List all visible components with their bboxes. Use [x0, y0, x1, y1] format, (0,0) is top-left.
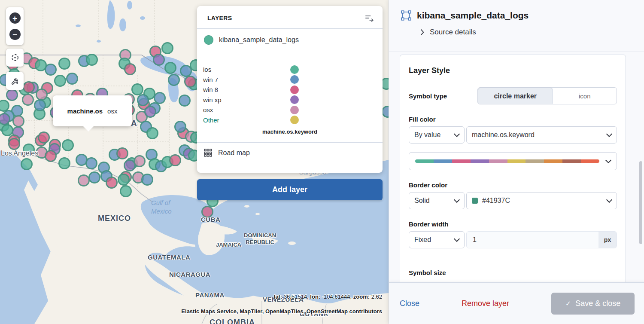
add-layer-button[interactable]: Add layer — [197, 179, 383, 200]
data-point[interactable] — [153, 54, 165, 66]
data-point[interactable] — [38, 131, 50, 144]
tooltip-value: osx — [107, 107, 117, 115]
save-and-close-button[interactable]: ✓ Save & close — [551, 293, 635, 315]
border-color-hex: #41937C — [482, 197, 510, 205]
map-tooltip: machine.os osx — [53, 95, 132, 126]
data-point[interactable] — [62, 139, 74, 151]
data-point[interactable] — [58, 157, 70, 169]
data-point[interactable] — [184, 76, 196, 88]
fill-color-field-select[interactable]: machine.os.keyword — [466, 126, 617, 144]
map-place-label: GUATEMALA — [148, 254, 190, 261]
data-point[interactable] — [164, 62, 176, 74]
data-point[interactable] — [58, 58, 70, 70]
data-point[interactable] — [78, 174, 90, 186]
data-point[interactable] — [179, 95, 191, 107]
data-point[interactable] — [169, 154, 181, 166]
border-color-mode-select[interactable]: Solid — [409, 192, 465, 209]
data-point[interactable] — [134, 155, 146, 167]
chevron-right-icon — [420, 29, 425, 36]
legend-label: osx — [203, 106, 213, 113]
data-point[interactable] — [22, 94, 34, 106]
color-ramp-select[interactable] — [409, 152, 617, 170]
data-point[interactable] — [12, 115, 24, 127]
source-details-toggle[interactable]: Source details — [420, 28, 644, 37]
data-point[interactable] — [21, 158, 33, 170]
border-width-input[interactable]: 1 — [467, 232, 598, 248]
layer-style-heading: Layer Style — [409, 66, 617, 75]
symbol-type-circle-marker[interactable]: circle marker — [478, 88, 553, 104]
ramp-segment — [452, 159, 471, 163]
fill-color-mode-value: By value — [414, 131, 440, 139]
zoom-value: 2.62 — [370, 293, 382, 300]
fill-color-mode-select[interactable]: By value — [409, 126, 465, 144]
data-point[interactable] — [86, 54, 98, 66]
zoom-out-button[interactable]: − — [9, 29, 21, 40]
legend-row: osx — [197, 105, 383, 115]
legend-field-name: machine.os.keyword — [197, 128, 383, 135]
ramp-segment — [562, 159, 581, 163]
data-point[interactable] — [144, 106, 156, 118]
data-point[interactable] — [54, 75, 66, 87]
legend-label: ios — [203, 66, 211, 73]
collapse-icon — [365, 13, 374, 23]
map-canvas[interactable]: Los AngelesAMERICAMEXICOGulf of MexicoSa… — [0, 0, 389, 324]
border-width-mode-value: Fixed — [414, 236, 431, 244]
map-place-label: MEXICO — [98, 214, 131, 223]
data-point[interactable] — [6, 89, 18, 101]
fill-color-field-value: machine.os.keyword — [472, 131, 535, 139]
data-point[interactable] — [146, 127, 158, 139]
close-button[interactable]: Close — [400, 299, 419, 308]
legend-label: win xp — [203, 96, 222, 104]
border-width-input-wrap: 1 px — [466, 231, 617, 248]
border-color-value-select[interactable]: #41937C — [466, 192, 617, 209]
data-point[interactable] — [174, 121, 186, 133]
ramp-segment — [507, 159, 526, 163]
symbol-type-icon[interactable]: icon — [553, 88, 617, 104]
data-point[interactable] — [45, 150, 57, 162]
border-width-mode-select[interactable]: Fixed — [409, 231, 465, 248]
legend-label: win 8 — [203, 86, 218, 93]
data-point[interactable] — [8, 138, 20, 150]
data-point[interactable] — [118, 174, 130, 186]
flyout-scrollbar[interactable] — [639, 161, 642, 244]
data-point[interactable] — [85, 157, 97, 169]
data-point[interactable] — [120, 185, 132, 197]
border-width-row: Fixed 1 px — [409, 231, 617, 248]
data-point[interactable] — [168, 74, 180, 86]
data-point[interactable] — [161, 42, 173, 54]
data-point[interactable] — [131, 83, 143, 95]
grid-icon — [204, 149, 212, 157]
flyout-footer: Close Remove layer ✓ Save & close — [389, 282, 644, 324]
basemap-layer-row[interactable]: Road map — [197, 143, 383, 163]
chevron-down-icon — [454, 197, 460, 203]
remove-layer-button[interactable]: Remove layer — [462, 299, 509, 308]
data-point[interactable] — [1, 124, 13, 136]
tools-button[interactable] — [6, 72, 24, 90]
legend-label[interactable]: Other — [203, 116, 219, 124]
zoom-control: + − — [6, 7, 24, 45]
lon-label: lon: — [310, 293, 320, 300]
layer-row-sample-data-logs[interactable]: kibana_sample_data_logs — [197, 29, 383, 51]
data-point[interactable] — [66, 73, 78, 85]
chevron-down-icon — [606, 197, 612, 203]
layer-settings-flyout: kibana_sample_data_logs Source details L… — [389, 0, 644, 324]
data-point[interactable] — [88, 171, 100, 183]
data-point[interactable] — [137, 94, 149, 106]
data-point[interactable] — [124, 63, 136, 75]
fill-color-row: By value machine.os.keyword — [409, 126, 617, 144]
map-place-label: NICARAGUA — [169, 271, 210, 278]
data-point[interactable] — [116, 147, 128, 159]
source-details-label: Source details — [430, 28, 476, 37]
layers-panel-title: LAYERS — [207, 15, 232, 21]
data-point[interactable] — [34, 99, 46, 111]
data-point[interactable] — [23, 81, 35, 93]
data-point[interactable] — [141, 174, 153, 186]
flyout-divider — [389, 52, 644, 52]
data-point[interactable] — [45, 64, 57, 76]
set-view-button[interactable] — [6, 49, 24, 67]
zoom-in-button[interactable]: + — [9, 12, 21, 24]
map-attribution[interactable]: Elastic Maps Service, MapTiler, OpenMapT… — [181, 308, 382, 315]
data-point[interactable] — [106, 177, 118, 189]
collapse-panel-button[interactable] — [365, 13, 374, 23]
data-point[interactable] — [36, 89, 48, 101]
